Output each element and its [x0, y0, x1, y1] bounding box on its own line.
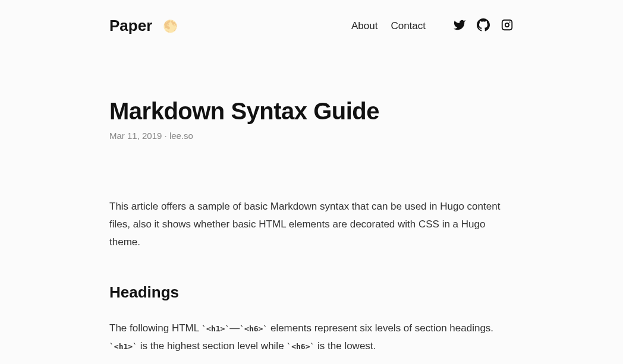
text-span: is the highest section level while	[137, 340, 287, 352]
text-span: is the lowest.	[314, 340, 376, 352]
post-meta: Mar 11, 2019 · lee.so	[109, 131, 514, 141]
nav-contact[interactable]: Contact	[391, 20, 426, 32]
post-title: Markdown Syntax Guide	[109, 98, 514, 125]
instagram-icon[interactable]	[501, 18, 514, 34]
site-title-link[interactable]: Paper	[109, 17, 152, 35]
code-h1-b: `<h1>`	[109, 342, 137, 351]
header-left: Paper 🌕	[109, 17, 178, 35]
section-heading-headings: Headings	[109, 279, 514, 306]
text-span: —	[229, 322, 240, 334]
nav-about[interactable]: About	[351, 20, 377, 32]
post-author: lee.so	[169, 131, 193, 141]
post-body: This article offers a sample of basic Ma…	[109, 198, 514, 364]
theme-toggle-icon[interactable]: 🌕	[163, 20, 178, 32]
text-span: elements represent six levels of section…	[268, 322, 493, 334]
code-h1: `<h1>`	[202, 324, 229, 333]
text-span: The following HTML	[109, 322, 202, 334]
article: Markdown Syntax Guide Mar 11, 2019 · lee…	[109, 98, 514, 364]
intro-paragraph: This article offers a sample of basic Ma…	[109, 198, 514, 251]
header-right: About Contact	[351, 18, 514, 34]
code-h6-b: `<h6>`	[287, 342, 314, 351]
social-icons	[453, 18, 514, 34]
headings-description: The following HTML `<h1>`—`<h6>` element…	[109, 319, 514, 355]
nav-links: About Contact	[351, 20, 426, 32]
post-date: Mar 11, 2019	[109, 131, 162, 141]
code-h6: `<h6>`	[240, 324, 268, 333]
github-icon[interactable]	[477, 18, 490, 34]
twitter-icon[interactable]	[453, 18, 466, 34]
meta-separator: ·	[162, 131, 169, 141]
site-header: Paper 🌕 About Contact	[109, 0, 514, 41]
